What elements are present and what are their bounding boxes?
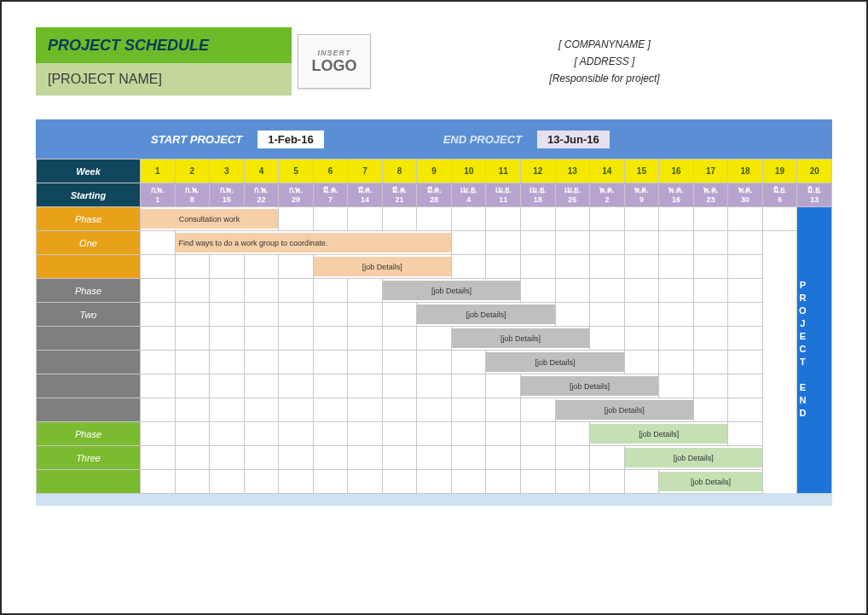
bar-p3-2[interactable]: [job Details]: [624, 446, 762, 470]
phase2-row4: [job Details]: [37, 351, 832, 374]
end-project-value[interactable]: 13-Jun-16: [537, 131, 610, 148]
bar-p2-6[interactable]: [job Details]: [555, 398, 693, 422]
month-8: มี.ค.21: [382, 183, 417, 207]
starting-label: Starting: [37, 183, 141, 207]
week-19: 19: [762, 160, 797, 183]
week-5: 5: [279, 160, 314, 183]
bar-p1-job[interactable]: [job Details]: [313, 255, 451, 279]
phase3-label-a: Phase: [37, 422, 141, 446]
month-12: เม.ย.18: [521, 183, 556, 207]
week-8: 8: [382, 160, 417, 183]
phase1-row2: One Find ways to do a work group to coor…: [37, 231, 832, 255]
week-17: 17: [693, 160, 728, 183]
phase3-row3: [job Details]: [37, 470, 832, 494]
month-16: พ.ค.16: [659, 183, 694, 207]
week-7: 7: [348, 160, 383, 183]
week-row: Week 1 2 3 4 5 6 7 8 9 10 11 12 13 14 15…: [37, 160, 832, 183]
phase3-row1: Phase [job Details]: [37, 422, 832, 446]
phase2-row3: [job Details]: [37, 327, 832, 351]
footer-strip: [37, 494, 832, 506]
week-4: 4: [244, 160, 279, 183]
week-3: 3: [210, 160, 245, 183]
bar-p3-3[interactable]: [job Details]: [659, 470, 763, 494]
week-10: 10: [451, 160, 486, 183]
month-19: มิ.ย.6: [762, 183, 797, 207]
phase2-row1: Phase [job Details]: [37, 279, 832, 303]
phase3-row2: Three [job Details]: [37, 446, 832, 470]
month-2: ก.พ.8: [175, 183, 210, 207]
logo-text: LOGO: [312, 57, 357, 75]
end-project-label: END PROJECT: [443, 133, 522, 146]
address[interactable]: [ ADDRESS ]: [575, 55, 635, 67]
month-7: มี.ค.14: [348, 183, 383, 207]
bar-consult[interactable]: Consultation work: [141, 207, 279, 231]
month-4: ก.พ.22: [244, 183, 279, 207]
month-15: พ.ค.9: [624, 183, 659, 207]
phase2-label-a: Phase: [37, 279, 141, 303]
logo-placeholder[interactable]: INSERT LOGO: [298, 34, 371, 89]
week-18: 18: [728, 160, 763, 183]
starting-row: Starting ก.พ.1 ก.พ.8 ก.พ.15 ก.พ.22 ก.พ.2…: [37, 183, 832, 207]
month-3: ก.พ.15: [210, 183, 245, 207]
bar-p2-3[interactable]: [job Details]: [451, 327, 589, 351]
phase1-label-a: Phase: [37, 207, 141, 231]
month-10: เม.ย.4: [451, 183, 486, 207]
project-name[interactable]: [PROJECT NAME]: [36, 63, 292, 96]
phase1-row3: [job Details]: [37, 255, 832, 279]
week-12: 12: [521, 160, 556, 183]
date-band: START PROJECT 1-Feb-16 END PROJECT 13-Ju…: [36, 119, 832, 159]
phase1-spacer: [37, 255, 141, 279]
responsible[interactable]: [Responsible for project]: [549, 73, 659, 84]
bar-p2-5[interactable]: [job Details]: [521, 374, 659, 398]
month-11: เม.ย.11: [486, 183, 521, 207]
phase1-label-b: One: [37, 231, 141, 255]
start-project-value[interactable]: 1-Feb-16: [258, 131, 323, 148]
phase3-label-b: Three: [37, 446, 141, 470]
bar-find[interactable]: Find ways to do a work group to coordina…: [175, 231, 451, 255]
schedule-title: PROJECT SCHEDULE: [36, 27, 292, 63]
month-6: มี.ค.7: [313, 183, 348, 207]
month-17: พ.ค.23: [693, 183, 728, 207]
week-2: 2: [175, 160, 210, 183]
phase2-row5: [job Details]: [37, 374, 832, 398]
logo-block[interactable]: INSERT LOGO: [292, 27, 377, 96]
week-9: 9: [417, 160, 452, 183]
company-name[interactable]: [ COMPANYNAME ]: [558, 38, 651, 50]
logo-insert-text: INSERT: [318, 49, 351, 57]
start-project-label: START PROJECT: [151, 133, 242, 146]
week-11: 11: [486, 160, 521, 183]
week-label: Week: [37, 160, 141, 183]
header: PROJECT SCHEDULE [PROJECT NAME] INSERT L…: [36, 27, 832, 96]
phase2-label-b: Two: [37, 303, 141, 327]
week-1: 1: [141, 160, 176, 183]
week-15: 15: [624, 160, 659, 183]
gantt-table: Week 1 2 3 4 5 6 7 8 9 10 11 12 13 14 15…: [36, 159, 832, 506]
title-block: PROJECT SCHEDULE [PROJECT NAME]: [36, 27, 292, 96]
phase2-row2: Two [job Details]: [37, 303, 832, 327]
month-1: ก.พ.1: [141, 183, 176, 207]
project-end-col: PROJECT END: [797, 207, 832, 494]
phase2-row6: [job Details]: [37, 398, 832, 422]
week-14: 14: [590, 160, 625, 183]
month-14: พ.ค.2: [590, 183, 625, 207]
bar-p2-4[interactable]: [job Details]: [486, 351, 624, 374]
week-13: 13: [555, 160, 590, 183]
bar-p2-2[interactable]: [job Details]: [417, 303, 555, 327]
meta-block: [ COMPANYNAME ] [ ADDRESS ] [Responsible…: [377, 27, 832, 96]
bar-p2-1[interactable]: [job Details]: [382, 279, 520, 303]
week-6: 6: [313, 160, 348, 183]
week-16: 16: [659, 160, 694, 183]
bar-p3-1[interactable]: [job Details]: [590, 422, 728, 446]
month-18: พ.ค.30: [728, 183, 763, 207]
month-9: มี.ค.28: [417, 183, 452, 207]
month-5: ก.พ.29: [279, 183, 314, 207]
month-20: มิ.ย.13: [797, 183, 832, 207]
week-20: 20: [797, 160, 832, 183]
phase1-row1: Phase Consultation work PROJECT END: [37, 207, 832, 231]
month-13: เม.ย.25: [555, 183, 590, 207]
